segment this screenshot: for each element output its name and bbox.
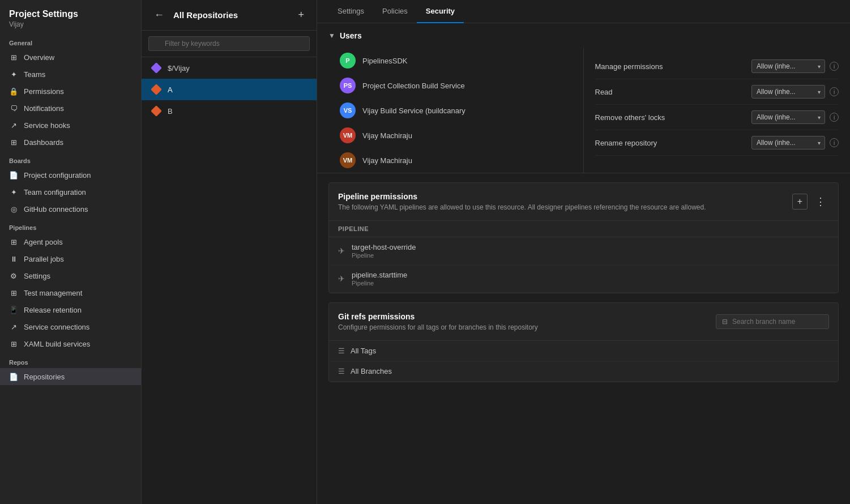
perm-select-read[interactable]: Allow (inhe...: [751, 85, 825, 99]
git-refs-branch-icon: ☰: [338, 367, 345, 375]
sidebar-section-boards: Boards: [0, 151, 141, 166]
repo-item-a[interactable]: A: [142, 79, 317, 100]
all-repositories-title: All Repositories: [173, 10, 238, 20]
sidebar-item-label: Notifications: [24, 104, 64, 113]
git-refs-card: Git refs permissions Configure permissio…: [328, 302, 839, 382]
pipeline-col-header: Pipeline: [329, 221, 838, 237]
sidebar-item-team-config[interactable]: ✦ Team configuration: [0, 183, 141, 200]
sidebar-item-service-connections[interactable]: ↗ Service connections: [0, 318, 141, 335]
sidebar-item-agent-pools[interactable]: ⊞ Agent pools: [0, 233, 141, 250]
tab-security[interactable]: Security: [417, 0, 464, 23]
git-refs-item-name: All Branches: [351, 367, 392, 375]
tab-policies[interactable]: Policies: [373, 0, 417, 23]
perm-select-remove-locks[interactable]: Allow (inhe...: [751, 110, 825, 124]
sidebar-item-label: GitHub connections: [24, 205, 88, 213]
tab-settings[interactable]: Settings: [328, 0, 373, 23]
user-name: Project Collection Build Service: [362, 82, 465, 90]
user-info: VM Vijay Machiraju: [340, 127, 412, 143]
pipeline-header-text: Pipeline permissions The following YAML …: [338, 192, 706, 211]
avatar: VM: [340, 127, 356, 143]
team-config-icon: ✦: [9, 187, 18, 197]
sidebar-item-github-connections[interactable]: ◎ GitHub connections: [0, 200, 141, 217]
filter-input[interactable]: [148, 36, 310, 51]
sidebar-title: Project Settings: [9, 9, 132, 19]
sidebar-item-teams[interactable]: ✦ Teams: [0, 66, 141, 83]
git-refs-all-tags[interactable]: ☰ All Tags: [329, 341, 838, 361]
sidebar-item-settings[interactable]: ⚙ Settings: [0, 267, 141, 284]
sidebar-item-label: Parallel jobs: [24, 255, 64, 263]
pipeline-item[interactable]: ✈ target-host-override Pipeline: [329, 237, 838, 265]
sidebar-section-pipelines: Pipelines: [0, 217, 141, 233]
git-refs-all-branches[interactable]: ☰ All Branches: [329, 361, 838, 382]
sidebar-item-service-hooks[interactable]: ↗ Service hooks: [0, 117, 141, 134]
sidebar-item-notifications[interactable]: 🗨 Notifications: [0, 100, 141, 117]
avatar: VS: [340, 102, 356, 118]
lock-icon: 🔒: [9, 87, 18, 96]
test-mgmt-icon: ⊞: [9, 288, 18, 297]
middle-header: ← All Repositories +: [142, 0, 317, 31]
sidebar-item-permissions[interactable]: 🔒 Permissions: [0, 83, 141, 100]
sidebar-item-xaml-build[interactable]: ⊞ XAML build services: [0, 335, 141, 352]
tabs-bar: Settings Policies Security: [317, 0, 850, 23]
pipeline-name: target-host-override: [352, 243, 416, 251]
repo-item-b[interactable]: B: [142, 100, 317, 122]
info-icon[interactable]: i: [830, 87, 839, 96]
repo-icon-dollar-vijay: [151, 62, 162, 74]
users-content: P PipelinesSDK PS Project Collection Bui…: [317, 48, 850, 173]
user-row[interactable]: VS Vijay Build Service (buildcanary: [317, 98, 583, 123]
info-icon[interactable]: i: [830, 113, 839, 122]
sidebar-item-release-retention[interactable]: 📱 Release retention: [0, 301, 141, 318]
user-row[interactable]: PS Project Collection Build Service: [317, 73, 583, 98]
git-refs-item-name: All Tags: [351, 347, 376, 355]
pipeline-add-button[interactable]: +: [792, 194, 808, 210]
permission-label: Remove others' locks: [595, 113, 752, 122]
sidebar-item-parallel-jobs[interactable]: ⏸ Parallel jobs: [0, 250, 141, 267]
sidebar-item-label: Test management: [24, 289, 82, 297]
xaml-icon: ⊞: [9, 339, 18, 348]
sidebar-item-test-management[interactable]: ⊞ Test management: [0, 284, 141, 301]
sidebar-item-label: Overview: [24, 53, 54, 62]
users-label: Users: [340, 31, 362, 40]
notification-icon: 🗨: [9, 104, 18, 113]
pipeline-item-text: target-host-override Pipeline: [352, 243, 416, 259]
permissions-panel: Manage permissions Allow (inhe... i Read: [584, 48, 851, 173]
back-button[interactable]: ←: [151, 8, 168, 22]
add-repository-button[interactable]: +: [294, 8, 307, 22]
perm-select-wrap: Allow (inhe...: [751, 85, 825, 99]
sidebar-item-label: Teams: [24, 70, 45, 79]
github-icon: ◎: [9, 204, 18, 213]
project-config-icon: 📄: [9, 170, 18, 180]
sidebar-item-dashboards[interactable]: ⊞ Dashboards: [0, 134, 141, 151]
teams-icon: ✦: [9, 70, 18, 79]
sidebar-item-repositories[interactable]: 📄 Repositories: [0, 368, 141, 385]
user-name: PipelinesSDK: [362, 57, 408, 65]
sidebar-item-project-config[interactable]: 📄 Project configuration: [0, 166, 141, 183]
users-section-header[interactable]: ▼ Users: [317, 23, 850, 48]
git-refs-title: Git refs permissions: [338, 312, 538, 321]
repo-icon-b: [151, 105, 162, 117]
pipeline-permissions-header: Pipeline permissions The following YAML …: [329, 183, 838, 221]
perm-select-manage[interactable]: Allow (inhe...: [751, 59, 825, 73]
permission-row-rename: Rename repository Allow (inhe... i: [595, 130, 839, 156]
sidebar-item-label: Team configuration: [24, 188, 86, 197]
perm-select-rename[interactable]: Allow (inhe...: [751, 136, 825, 150]
permission-label: Rename repository: [595, 139, 752, 147]
repo-item-dollar-vijay[interactable]: $/Vijay: [142, 57, 317, 79]
user-name: Vijay Machiraju: [362, 156, 412, 165]
info-icon[interactable]: i: [830, 138, 839, 147]
user-info: P PipelinesSDK: [340, 53, 408, 69]
sidebar-item-overview[interactable]: ⊞ Overview: [0, 49, 141, 66]
user-row[interactable]: VM Vijay Machiraju: [317, 148, 583, 173]
pipeline-name: pipeline.starttime: [352, 271, 407, 279]
pipeline-more-button[interactable]: ⋮: [812, 194, 829, 209]
pipeline-header-actions: + ⋮: [792, 194, 829, 210]
repo-name: A: [168, 86, 173, 94]
repo-name: B: [168, 107, 173, 116]
user-row[interactable]: P PipelinesSDK: [317, 48, 583, 73]
info-icon[interactable]: i: [830, 62, 839, 71]
user-row[interactable]: VM Vijay Machiraju: [317, 123, 583, 148]
pipeline-permissions-desc: The following YAML pipelines are allowed…: [338, 203, 706, 211]
search-branch-input[interactable]: [732, 318, 817, 326]
dashboards-icon: ⊞: [9, 138, 18, 147]
pipeline-item[interactable]: ✈ pipeline.starttime Pipeline: [329, 265, 838, 293]
